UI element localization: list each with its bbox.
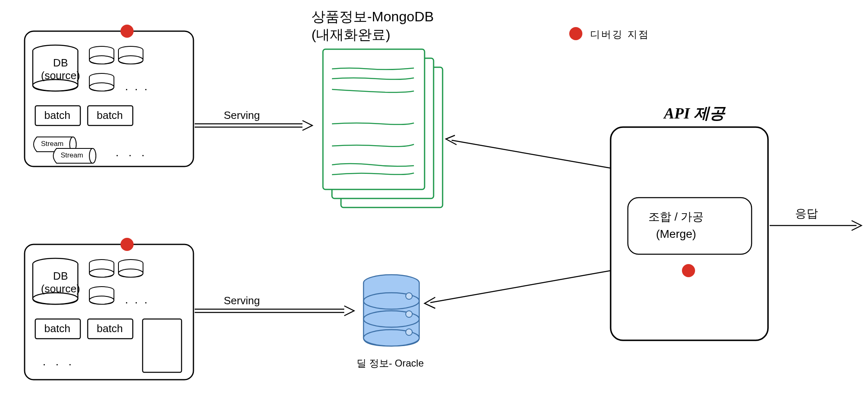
arrow-serving-2: [195, 306, 354, 316]
arrow-serving-1: [195, 121, 312, 130]
debug-point-icon: [120, 238, 134, 251]
svg-point-5: [118, 56, 143, 64]
merge-label-2: (Merge): [656, 228, 696, 240]
svg-point-31: [406, 329, 412, 335]
svg-line-32: [452, 140, 611, 168]
mongodb-documents-icon: [323, 49, 443, 207]
svg-line-33: [430, 271, 611, 303]
arrow-response: [770, 221, 861, 230]
legend-label: 디버깅 지점: [590, 28, 650, 41]
small-cylinder-icon: [118, 46, 143, 64]
svg-point-9: [89, 148, 96, 163]
api-title: API 제공: [664, 103, 725, 123]
batch-label: batch: [44, 109, 70, 122]
oracle-database-icon: [364, 275, 419, 346]
arrow-api-to-mongodb: [446, 135, 611, 168]
small-cylinder-icon: [118, 260, 143, 277]
batch-label: batch: [97, 109, 123, 122]
merge-label: 조합 / 가공 (Merge): [648, 208, 704, 243]
arrow-api-to-oracle: [425, 271, 611, 308]
mongodb-title-text: 상품정보-MongoDB: [311, 9, 434, 24]
empty-box: [143, 319, 182, 372]
svg-point-7: [89, 83, 114, 91]
merge-label-1: 조합 / 가공: [648, 210, 704, 223]
small-cylinder-icon: [89, 260, 114, 277]
batch-label: batch: [97, 322, 123, 335]
mongodb-title: 상품정보-MongoDB (내재화완료): [311, 7, 434, 43]
dots-label: . . .: [43, 355, 75, 368]
db-source-label-1: DB (source): [41, 57, 80, 82]
serving-label-2: Serving: [224, 294, 260, 307]
small-cylinder-icon: [89, 46, 114, 64]
stream-label: Stream: [41, 140, 64, 148]
svg-point-30: [406, 311, 412, 317]
small-cylinder-icon: [89, 73, 114, 91]
svg-rect-24: [323, 49, 425, 189]
svg-point-15: [118, 269, 143, 277]
svg-point-17: [89, 296, 114, 304]
svg-point-29: [406, 293, 412, 299]
debug-point-icon: [569, 27, 582, 40]
dots-label: . . .: [116, 146, 148, 159]
svg-point-3: [89, 56, 114, 64]
db-source-label-2: DB (source): [41, 270, 80, 295]
small-cylinder-icon: [89, 287, 114, 304]
dots-label: . . .: [125, 293, 149, 306]
batch-label: batch: [44, 322, 70, 335]
debug-point-icon: [682, 264, 695, 277]
api-title-text: API 제공: [664, 105, 725, 122]
mongodb-subtitle-text: (내재화완료): [311, 27, 391, 42]
stream-label: Stream: [61, 151, 83, 160]
debug-point-icon: [120, 25, 134, 38]
response-label: 응답: [795, 206, 818, 221]
serving-label-1: Serving: [224, 109, 260, 122]
dots-label: . . .: [125, 80, 149, 93]
oracle-title: 딜 정보- Oracle: [357, 357, 424, 370]
svg-point-13: [89, 269, 114, 277]
diagram-svg: [0, 0, 868, 417]
